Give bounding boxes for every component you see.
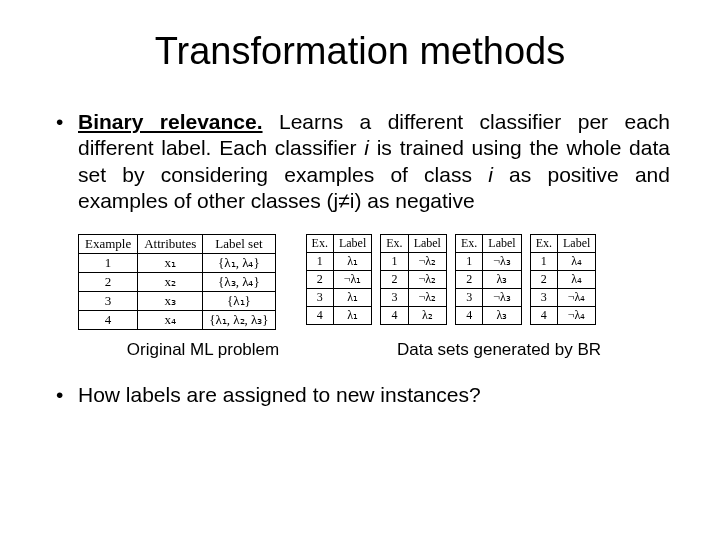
cell: ¬λ₃ [483, 289, 521, 307]
cell: 2 [79, 273, 138, 292]
table-row: 2λ₄ [530, 271, 596, 289]
cell: 3 [306, 289, 333, 307]
table-row: 1λ₄ [530, 253, 596, 271]
cell: λ₃ [483, 271, 521, 289]
cell: 2 [381, 271, 408, 289]
col-ex: Ex. [381, 235, 408, 253]
bullet-list: Binary relevance. Learns a different cla… [50, 109, 670, 214]
cell: ¬λ₄ [557, 289, 595, 307]
cell: x₂ [138, 273, 203, 292]
table-row: 4λ₁ [306, 307, 372, 325]
table-row: 1¬λ₂ [381, 253, 447, 271]
cell: 4 [530, 307, 557, 325]
table-header-row: Ex.Label [530, 235, 596, 253]
col-label: Label [483, 235, 521, 253]
table-row: 3¬λ₄ [530, 289, 596, 307]
col-label: Label [408, 235, 446, 253]
cell: x₃ [138, 292, 203, 311]
cell: 2 [455, 271, 482, 289]
table-row: 2λ₃ [455, 271, 521, 289]
cell: ¬λ₂ [408, 271, 446, 289]
col-example: Example [79, 235, 138, 254]
cell: λ₃ [483, 307, 521, 325]
col-label: Label [333, 235, 371, 253]
cell: 1 [306, 253, 333, 271]
table-row: 3x₃{λ₁} [79, 292, 276, 311]
table-row: 1x₁{λ₁, λ₄} [79, 254, 276, 273]
cell: {λ₁} [203, 292, 275, 311]
table-row: 2x₂{λ₃, λ₄} [79, 273, 276, 292]
cell: 1 [79, 254, 138, 273]
table-row: 4x₄{λ₁, λ₂, λ₃} [79, 311, 276, 330]
col-labelset: Label set [203, 235, 275, 254]
table-header-row: Ex.Label [381, 235, 447, 253]
cell: λ₁ [333, 289, 371, 307]
col-label: Label [557, 235, 595, 253]
cell: 3 [530, 289, 557, 307]
original-ml-table: Example Attributes Label set 1x₁{λ₁, λ₄}… [78, 234, 276, 330]
cell: {λ₃, λ₄} [203, 273, 275, 292]
table-header-row: Ex.Label [455, 235, 521, 253]
cell: ¬λ₄ [557, 307, 595, 325]
table-row: 3λ₁ [306, 289, 372, 307]
cell: λ₂ [408, 307, 446, 325]
cell: λ₁ [333, 253, 371, 271]
page-title: Transformation methods [50, 30, 670, 73]
table-row: 1¬λ₃ [455, 253, 521, 271]
table-row: 4λ₂ [381, 307, 447, 325]
cell: λ₄ [557, 271, 595, 289]
cell: ¬λ₁ [333, 271, 371, 289]
table-row: 4¬λ₄ [530, 307, 596, 325]
table-row: 3¬λ₂ [381, 289, 447, 307]
cell: x₁ [138, 254, 203, 273]
bullet-binary-relevance: Binary relevance. Learns a different cla… [50, 109, 670, 214]
col-ex: Ex. [455, 235, 482, 253]
slide: Transformation methods Binary relevance.… [0, 0, 720, 540]
caption-original: Original ML problem [78, 340, 328, 360]
cell: 1 [455, 253, 482, 271]
cell: 4 [306, 307, 333, 325]
figure-row: Example Attributes Label set 1x₁{λ₁, λ₄}… [78, 234, 670, 330]
cell: 2 [306, 271, 333, 289]
cell: λ₁ [333, 307, 371, 325]
table-row: 1λ₁ [306, 253, 372, 271]
cell: 1 [530, 253, 557, 271]
table-row: 3¬λ₃ [455, 289, 521, 307]
cell: 3 [455, 289, 482, 307]
cell: x₄ [138, 311, 203, 330]
cell: 3 [79, 292, 138, 311]
cell: 2 [530, 271, 557, 289]
cell: 4 [381, 307, 408, 325]
br-table-1: Ex.Label 1λ₁ 2¬λ₁ 3λ₁ 4λ₁ [306, 234, 373, 325]
table-row: 4λ₃ [455, 307, 521, 325]
table-header-row: Ex.Label [306, 235, 372, 253]
cell: {λ₁, λ₄} [203, 254, 275, 273]
bullet-question: How labels are assigned to new instances… [50, 382, 670, 408]
lead-term: Binary relevance. [78, 110, 263, 133]
cell: ¬λ₂ [408, 289, 446, 307]
cell: 4 [455, 307, 482, 325]
cell: {λ₁, λ₂, λ₃} [203, 311, 275, 330]
cell: λ₄ [557, 253, 595, 271]
cell: 1 [381, 253, 408, 271]
table-row: 2¬λ₁ [306, 271, 372, 289]
br-table-2: Ex.Label 1¬λ₂ 2¬λ₂ 3¬λ₂ 4λ₂ [380, 234, 447, 325]
br-table-3: Ex.Label 1¬λ₃ 2λ₃ 3¬λ₃ 4λ₃ [455, 234, 522, 325]
cell: ¬λ₂ [408, 253, 446, 271]
col-ex: Ex. [530, 235, 557, 253]
br-table-4: Ex.Label 1λ₄ 2λ₄ 3¬λ₄ 4¬λ₄ [530, 234, 597, 325]
figure-captions: Original ML problem Data sets generated … [78, 340, 670, 360]
cell: 4 [79, 311, 138, 330]
bullet-list-2: How labels are assigned to new instances… [50, 382, 670, 408]
col-ex: Ex. [306, 235, 333, 253]
col-attributes: Attributes [138, 235, 203, 254]
table-header-row: Example Attributes Label set [79, 235, 276, 254]
cell: 3 [381, 289, 408, 307]
br-tables-group: Ex.Label 1λ₁ 2¬λ₁ 3λ₁ 4λ₁ Ex.Label 1¬λ₂ … [306, 234, 597, 325]
cell: ¬λ₃ [483, 253, 521, 271]
caption-br: Data sets generated by BR [328, 340, 670, 360]
table-row: 2¬λ₂ [381, 271, 447, 289]
